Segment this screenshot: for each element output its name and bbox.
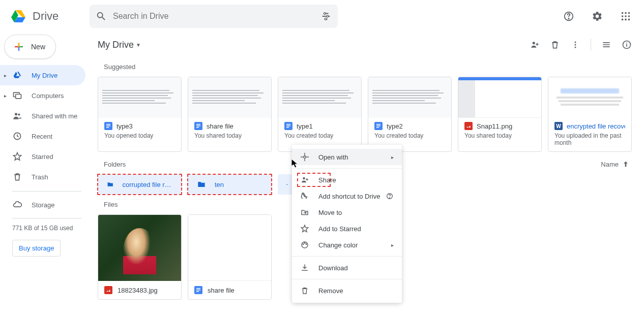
ctx-label: Move to <box>318 209 342 216</box>
suggested-card[interactable]: Snap11.pngYou shared today <box>458 77 542 152</box>
sidebar-item-starred[interactable]: Starred <box>0 146 85 167</box>
search-icon <box>96 11 107 22</box>
sidebar-item-recent[interactable]: Recent <box>0 126 85 146</box>
ctx-share[interactable]: Share <box>292 172 402 188</box>
sidebar-item-shared[interactable]: Shared with me <box>0 106 85 126</box>
sidebar-item-label: Trash <box>32 173 48 181</box>
details-button[interactable] <box>618 36 636 54</box>
file-name-text: 18823483.jpg <box>118 287 158 294</box>
help-button[interactable] <box>559 6 579 26</box>
gear-icon <box>592 11 603 22</box>
suggested-card[interactable]: Wencrypted file recovery d...You uploade… <box>548 77 632 152</box>
sidebar-item-my-drive[interactable]: ▸ My Drive <box>0 65 85 85</box>
ctx-add-shortcut[interactable]: Add shortcut to Drive <box>292 188 402 204</box>
svg-rect-40 <box>464 122 473 130</box>
app-name: Drive <box>33 10 58 23</box>
file-subtitle: You uploaded in the past month <box>554 132 625 146</box>
expand-icon[interactable]: ▸ <box>4 73 12 78</box>
header: Drive <box>0 0 644 33</box>
file-name: type3 <box>116 122 133 130</box>
docs-icon <box>194 122 202 130</box>
separator <box>591 39 591 51</box>
move-icon <box>300 208 309 217</box>
search-input[interactable] <box>113 12 320 21</box>
star-icon <box>300 224 309 233</box>
list-view-button[interactable] <box>597 36 616 54</box>
folder-item[interactable]: ten <box>188 174 272 195</box>
shortcut-icon <box>300 192 309 201</box>
logo-area[interactable]: Drive <box>8 6 90 26</box>
suggested-card[interactable]: type3You opened today <box>98 77 182 152</box>
folder-item[interactable]: corrupted file recovery <box>98 174 182 195</box>
toolbar-actions <box>525 36 636 54</box>
folder-icon <box>106 179 114 189</box>
ctx-label: Download <box>318 264 348 272</box>
svg-rect-35 <box>286 127 289 128</box>
plus-icon <box>13 41 25 53</box>
sidebar-item-computers[interactable]: ▸ Computers <box>0 85 85 106</box>
ctx-label: Remove <box>318 287 343 295</box>
file-item[interactable]: share file <box>188 214 272 300</box>
svg-point-48 <box>303 177 305 180</box>
svg-point-12 <box>625 19 627 21</box>
ctx-remove[interactable]: Remove <box>292 282 402 299</box>
more-button[interactable] <box>566 36 584 54</box>
file-name-text: share file <box>208 287 235 294</box>
expand-icon[interactable]: ▸ <box>4 93 12 99</box>
breadcrumb-title: My Drive <box>98 40 134 50</box>
suggested-card[interactable]: type1You created today <box>278 77 362 152</box>
ctx-open-with[interactable]: Open with ▸ <box>292 149 402 165</box>
drive-icon <box>12 70 22 80</box>
search-bar[interactable] <box>90 5 338 28</box>
download-icon <box>300 263 309 272</box>
suggested-card[interactable]: type2You created today <box>368 77 452 152</box>
chevron-right-icon: ▸ <box>391 154 394 160</box>
thumbnail <box>548 77 631 118</box>
image-icon <box>464 122 473 130</box>
svg-point-22 <box>575 47 576 48</box>
ctx-download[interactable]: Download <box>292 260 402 276</box>
breadcrumb[interactable]: My Drive ▼ <box>98 40 141 50</box>
svg-rect-43 <box>104 286 112 294</box>
suggested-section-label: Suggested <box>104 63 636 71</box>
ctx-add-starred[interactable]: Add to Starred <box>292 220 402 237</box>
suggested-card[interactable]: share fileYou shared today <box>188 77 272 152</box>
apps-grid-icon <box>620 11 631 22</box>
sidebar-item-storage[interactable]: Storage <box>0 196 85 214</box>
file-subtitle: You opened today <box>104 132 175 139</box>
buy-storage-button[interactable]: Buy storage <box>12 240 61 257</box>
svg-point-10 <box>628 15 630 17</box>
svg-rect-30 <box>196 125 200 127</box>
list-view-icon <box>601 40 611 50</box>
file-subtitle: You created today <box>284 132 355 139</box>
ctx-change-color[interactable]: Change color ▸ <box>292 237 402 253</box>
ctx-move-to[interactable]: Move to <box>292 204 402 220</box>
search-options-icon[interactable] <box>320 11 332 22</box>
context-menu: Open with ▸ Share Add shortcut to Drive … <box>292 145 402 303</box>
apps-button[interactable] <box>616 6 636 26</box>
image-icon <box>104 286 112 294</box>
svg-point-52 <box>303 244 304 245</box>
sort-control[interactable]: Name <box>601 160 630 168</box>
file-item[interactable]: 18823483.jpg <box>98 214 182 300</box>
folder-name: corrupted file recovery <box>122 181 173 188</box>
delete-button[interactable] <box>546 36 564 54</box>
share-people-button[interactable] <box>525 36 544 54</box>
svg-rect-25 <box>106 124 110 125</box>
file-subtitle: You created today <box>374 132 445 139</box>
svg-rect-47 <box>196 291 199 292</box>
svg-rect-31 <box>196 127 199 128</box>
sidebar-item-trash[interactable]: Trash <box>0 167 85 187</box>
folder-icon <box>286 179 288 189</box>
star-icon <box>12 151 22 162</box>
svg-point-54 <box>306 244 307 245</box>
ctx-label: Share <box>318 176 336 184</box>
settings-button[interactable] <box>587 6 607 26</box>
file-name: encrypted file recovery d... <box>567 122 625 130</box>
dropdown-caret-icon: ▼ <box>136 42 141 48</box>
sidebar-item-label: Computers <box>32 92 64 100</box>
new-button[interactable]: New <box>4 35 56 59</box>
divider <box>292 168 402 169</box>
docs-icon <box>284 122 292 130</box>
chevron-right-icon: ▸ <box>391 242 394 248</box>
